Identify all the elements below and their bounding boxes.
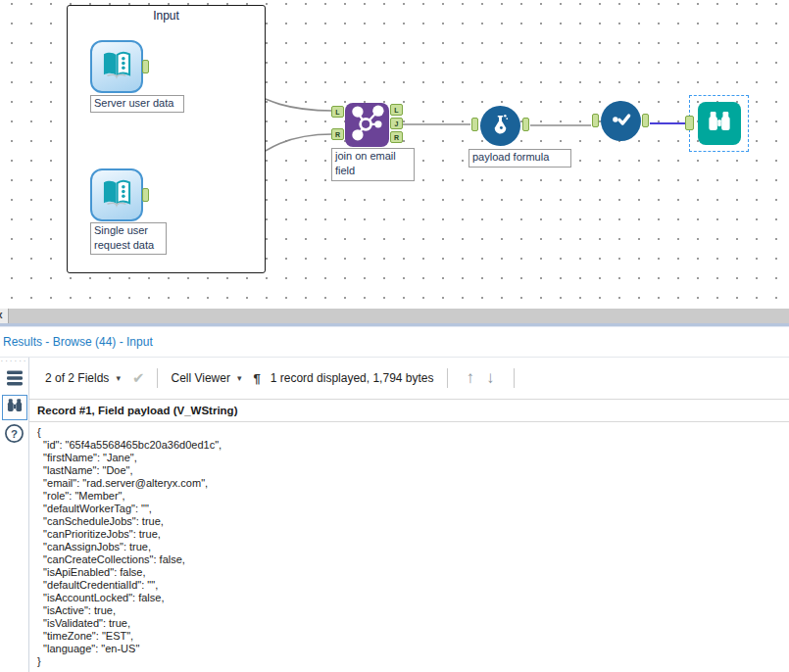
results-sidebar: ······: [0, 358, 29, 672]
sidebar-item-table[interactable]: [2, 367, 27, 393]
sidebar-item-browse[interactable]: [2, 395, 27, 420]
input-data-tool-server[interactable]: [90, 40, 143, 93]
record-payload-json[interactable]: { "id": "65f4a5568465bc20a36d0ed1c", "fi…: [29, 422, 789, 668]
scrollbar-close-button[interactable]: x: [0, 309, 9, 323]
join-icon: [347, 103, 387, 147]
sidebar-item-help[interactable]: ?: [2, 422, 27, 448]
workflow-canvas[interactable]: Input Server user data: [0, 0, 789, 309]
join-input-anchor-right[interactable]: R: [331, 128, 344, 140]
results-main: 2 of 2 Fields ▾ ✔ Cell Viewer ▾ ¶ 1 reco…: [29, 358, 789, 672]
table-icon: [5, 368, 25, 392]
results-panel-title: Results - Browse (44) - Input: [0, 327, 789, 357]
toolbar-separator: [157, 368, 158, 388]
join-tool[interactable]: [345, 103, 389, 147]
pilcrow-icon[interactable]: ¶: [253, 371, 260, 386]
apply-check-icon[interactable]: ✔: [132, 369, 145, 387]
input-data-tool-single[interactable]: [90, 168, 143, 221]
toolbar-separator: [514, 368, 515, 388]
record-header: Record #1, Field payload (V_WString): [29, 399, 789, 422]
dot-check-icon: [608, 106, 634, 136]
help-icon: ?: [4, 423, 25, 448]
flask-icon: [487, 111, 514, 141]
next-record-arrow-icon[interactable]: ↓: [486, 368, 495, 388]
input-anchor[interactable]: [685, 116, 694, 130]
binoculars-icon: [5, 396, 25, 419]
container-title: Input: [68, 9, 265, 23]
sidebar-grip-dots[interactable]: ······: [0, 359, 28, 365]
input-anchor[interactable]: [592, 114, 599, 127]
formula-tool[interactable]: [480, 106, 520, 146]
record-info-text: 1 record displayed, 1,794 bytes: [271, 371, 434, 385]
alteryx-window: Input Server user data: [0, 0, 789, 672]
tool-annotation[interactable]: join on email field: [331, 148, 415, 181]
output-anchor[interactable]: [522, 118, 529, 131]
results-panel: ······: [0, 357, 789, 672]
join-input-anchor-left[interactable]: L: [331, 106, 344, 118]
open-book-icon: [98, 46, 135, 87]
results-toolbar: 2 of 2 Fields ▾ ✔ Cell Viewer ▾ ¶ 1 reco…: [29, 358, 789, 399]
tool-annotation[interactable]: payload formula: [468, 149, 571, 168]
open-book-icon: [98, 174, 135, 216]
input-anchor[interactable]: [471, 118, 478, 131]
join-output-anchor-r[interactable]: R: [390, 131, 403, 143]
output-anchor[interactable]: [142, 60, 149, 73]
cell-viewer-dropdown[interactable]: Cell Viewer: [171, 371, 229, 385]
svg-text:?: ?: [11, 427, 18, 439]
binoculars-icon: [705, 107, 734, 140]
tool-annotation[interactable]: Single user request data: [90, 222, 167, 255]
unique-tool[interactable]: [601, 101, 641, 141]
previous-record-arrow-icon[interactable]: ↑: [467, 368, 475, 388]
fields-dropdown[interactable]: 2 of 2 Fields: [45, 371, 109, 385]
join-output-anchor-l[interactable]: L: [390, 104, 403, 116]
chevron-down-icon[interactable]: ▾: [116, 373, 121, 383]
tool-annotation[interactable]: Server user data: [90, 95, 184, 113]
browse-tool[interactable]: [698, 102, 741, 145]
output-anchor[interactable]: [142, 188, 149, 202]
toolbar-separator: [447, 368, 448, 388]
join-output-anchor-j[interactable]: J: [390, 118, 403, 129]
canvas-horizontal-scrollbar[interactable]: x: [0, 309, 789, 323]
output-anchor[interactable]: [642, 114, 649, 127]
chevron-down-icon[interactable]: ▾: [237, 373, 242, 383]
